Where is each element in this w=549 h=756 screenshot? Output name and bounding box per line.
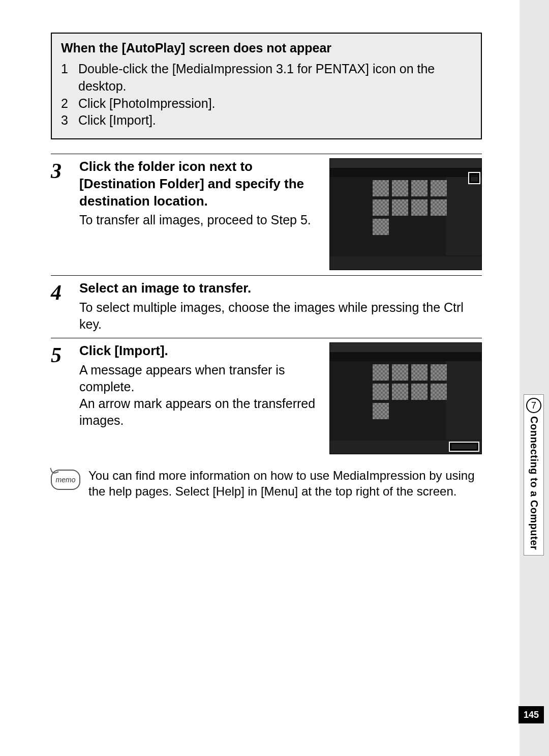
chapter-title: Connecting to a Computer (528, 416, 540, 550)
list-item: 1 Double-click the [MediaImpression 3.1 … (61, 61, 472, 95)
separator (51, 338, 482, 338)
chapter-tab: 7 Connecting to a Computer (524, 394, 544, 556)
page: 7 Connecting to a Computer 145 When the … (0, 0, 549, 756)
info-box-title: When the [AutoPlay] screen does not appe… (61, 41, 472, 55)
main-content: When the [AutoPlay] screen does not appe… (51, 33, 482, 500)
page-number: 145 (518, 706, 544, 723)
info-item-text: Click [PhotoImpression]. (78, 95, 216, 112)
info-item-number: 1 (61, 61, 78, 95)
list-item: 2 Click [PhotoImpression]. (61, 95, 472, 112)
highlight-import-button (450, 443, 478, 451)
step-title: Select an image to transfer. (79, 280, 482, 297)
info-list: 1 Double-click the [MediaImpression 3.1 … (61, 61, 472, 129)
list-item: 3 Click [Import]. (61, 112, 472, 129)
memo-text: You can find more information on how to … (88, 468, 482, 500)
info-item-number: 3 (61, 112, 78, 129)
step-5: 5 Click [Import]. A message appears when… (51, 342, 482, 454)
step-number: 3 (51, 158, 79, 270)
screenshot-photoimpression (329, 158, 482, 270)
info-item-text: Click [Import]. (78, 112, 156, 129)
chapter-number-circle: 7 (526, 398, 541, 413)
separator (51, 275, 482, 276)
memo-block: memo You can find more information on ho… (51, 468, 482, 500)
right-sidebar (520, 0, 549, 756)
info-item-text: Double-click the [MediaImpression 3.1 fo… (78, 61, 472, 95)
step-3: 3 Click the folder icon next to [Destina… (51, 158, 482, 270)
step-text: To transfer all images, proceed to Step … (79, 212, 322, 228)
chapter-number: 7 (531, 400, 536, 411)
step-title: Click the folder icon next to [Destinati… (79, 158, 322, 210)
step-text: A message appears when transfer is compl… (79, 362, 322, 429)
step-number: 5 (51, 342, 79, 454)
info-box: When the [AutoPlay] screen does not appe… (51, 33, 482, 139)
info-item-number: 2 (61, 95, 78, 112)
step-text: To select multiple images, choose the im… (79, 299, 482, 333)
screenshot-photoimpression-import (329, 342, 482, 454)
memo-icon: memo (51, 470, 80, 490)
step-number: 4 (51, 280, 79, 333)
step-4: 4 Select an image to transfer. To select… (51, 280, 482, 333)
memo-label: memo (56, 476, 76, 484)
step-title: Click [Import]. (79, 342, 322, 360)
highlight-destination-folder-icon (469, 173, 479, 183)
separator (51, 154, 482, 154)
